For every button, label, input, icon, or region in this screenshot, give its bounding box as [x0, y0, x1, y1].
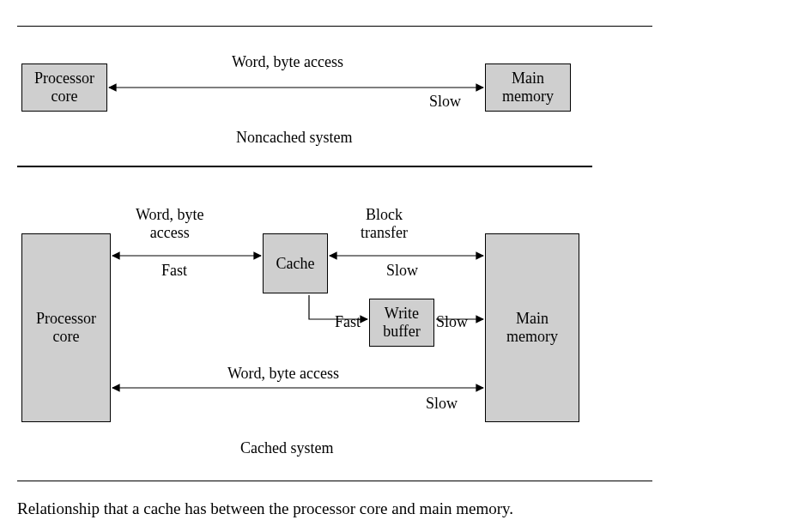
diagram-stage: Processor core Main memory Processor cor…	[0, 0, 794, 532]
label-noncached: Noncached system	[236, 129, 352, 147]
label-cached: Cached system	[240, 439, 333, 457]
box-processor-core-bottom: Processor core	[21, 233, 111, 422]
label: Main memory	[489, 70, 567, 105]
rule-top	[17, 26, 652, 27]
label-block-transfer: Block transfer	[361, 206, 408, 241]
label-top-slow: Slow	[429, 93, 461, 111]
box-processor-core-top: Processor core	[21, 63, 107, 112]
box-main-memory-bottom: Main memory	[485, 233, 579, 422]
label: Main memory	[489, 310, 575, 345]
label-mid-access: Word, byte access	[136, 206, 204, 241]
label-block-slow: Slow	[386, 262, 418, 280]
label: Cache	[276, 255, 315, 273]
box-write-buffer: Write buffer	[369, 299, 434, 347]
label-top-access: Word, byte access	[232, 53, 343, 71]
label-bot-slow: Slow	[426, 395, 458, 413]
figure-caption: Relationship that a cache has between th…	[17, 499, 513, 518]
label-wb-slow: Slow	[436, 313, 468, 331]
label: Processor core	[26, 310, 106, 345]
label: Processor core	[26, 70, 103, 105]
box-cache: Cache	[263, 233, 328, 293]
label-mid-fast: Fast	[161, 262, 187, 280]
label-wb-fast: Fast	[335, 313, 361, 331]
box-main-memory-top: Main memory	[485, 63, 571, 112]
rule-mid	[17, 166, 592, 167]
label: Write buffer	[373, 305, 430, 340]
rule-bottom	[17, 481, 652, 481]
label-bot-access: Word, byte access	[227, 365, 339, 383]
